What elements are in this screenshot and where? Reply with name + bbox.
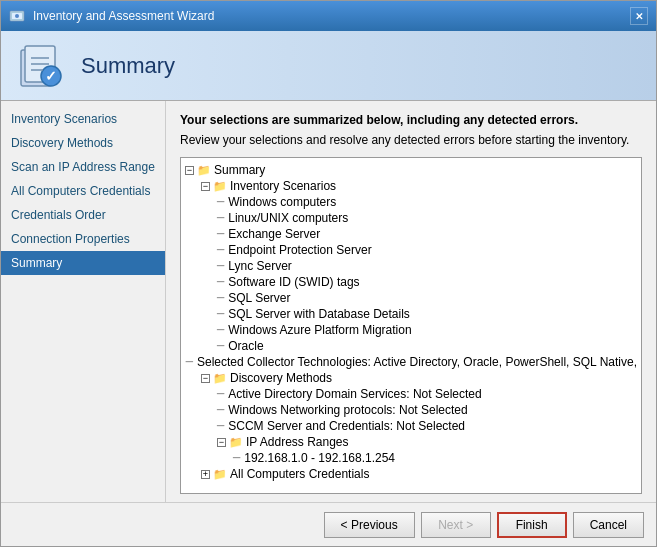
tree-node: ─ SQL Server: [185, 290, 637, 306]
tree-expander[interactable]: −: [201, 374, 210, 383]
tree-node: ─ Software ID (SWID) tags: [185, 274, 637, 290]
tree-node-label: Oracle: [228, 339, 263, 353]
tree-node: ─ Windows Networking protocols: Not Sele…: [185, 402, 637, 418]
tree-node-label: IP Address Ranges: [246, 435, 349, 449]
tree-node-label: Lync Server: [228, 259, 292, 273]
window-icon: [9, 8, 25, 24]
tree-node: ─ Selected Collector Technologies: Activ…: [185, 354, 637, 370]
tree-node: ─ Lync Server: [185, 258, 637, 274]
tree-node-label: Selected Collector Technologies: Active …: [197, 355, 637, 369]
tree-node: ─ Exchange Server: [185, 226, 637, 242]
sidebar-item-credentials-order[interactable]: Credentials Order: [1, 203, 165, 227]
tree-dash: ─: [217, 403, 224, 417]
tree-node-label: SCCM Server and Credentials: Not Selecte…: [228, 419, 465, 433]
footer: < Previous Next > Finish Cancel: [1, 502, 656, 546]
wizard-icon: ✓: [17, 42, 65, 90]
tree-dash: ─: [217, 259, 224, 273]
tree-node-label: All Computers Credentials: [230, 467, 369, 481]
tree-expander[interactable]: −: [217, 438, 226, 447]
folder-icon: 📁: [213, 372, 227, 385]
folder-icon: 📁: [213, 468, 227, 481]
folder-icon: 📁: [213, 180, 227, 193]
tree-dash: ─: [217, 291, 224, 305]
svg-text:✓: ✓: [45, 68, 57, 84]
sidebar-item-discovery-methods[interactable]: Discovery Methods: [1, 131, 165, 155]
tree-node-label: Active Directory Domain Services: Not Se…: [228, 387, 481, 401]
title-bar: Inventory and Assessment Wizard ✕: [1, 1, 656, 31]
tree-node: −📁IP Address Ranges: [185, 434, 637, 450]
sidebar-item-all-computers[interactable]: All Computers Credentials: [1, 179, 165, 203]
content-header: Your selections are summarized below, in…: [180, 113, 642, 127]
tree-node: ─ Windows computers: [185, 194, 637, 210]
tree-expander[interactable]: +: [201, 470, 210, 479]
finish-button[interactable]: Finish: [497, 512, 567, 538]
tree-dash: ─: [217, 419, 224, 433]
content-subheader: Review your selections and resolve any d…: [180, 133, 642, 147]
previous-button[interactable]: < Previous: [324, 512, 415, 538]
tree-node: ─ 192.168.1.0 - 192.168.1.254: [185, 450, 637, 466]
tree-dash: ─: [217, 339, 224, 353]
tree-dash: ─: [186, 355, 193, 369]
tree-node-label: Linux/UNIX computers: [228, 211, 348, 225]
tree-dash: ─: [217, 275, 224, 289]
sidebar-item-summary[interactable]: Summary: [1, 251, 165, 275]
tree-node-label: SQL Server with Database Details: [228, 307, 410, 321]
tree-dash: ─: [217, 323, 224, 337]
tree-expander[interactable]: −: [185, 166, 194, 175]
folder-icon: 📁: [229, 436, 243, 449]
cancel-button[interactable]: Cancel: [573, 512, 644, 538]
tree-node: ─ Windows Azure Platform Migration: [185, 322, 637, 338]
tree-node-label: Discovery Methods: [230, 371, 332, 385]
header-bar: ✓ Summary: [1, 31, 656, 101]
tree-node-label: Software ID (SWID) tags: [228, 275, 359, 289]
close-button[interactable]: ✕: [630, 7, 648, 25]
tree-node-label: Summary: [214, 163, 265, 177]
tree-node: ─ Endpoint Protection Server: [185, 242, 637, 258]
tree-node: ─ SQL Server with Database Details: [185, 306, 637, 322]
summary-tree[interactable]: −📁Summary−📁Inventory Scenarios─ Windows …: [180, 157, 642, 494]
tree-dash: ─: [233, 451, 240, 465]
next-button[interactable]: Next >: [421, 512, 491, 538]
tree-node-label: Windows Networking protocols: Not Select…: [228, 403, 467, 417]
sidebar-item-connection-properties[interactable]: Connection Properties: [1, 227, 165, 251]
tree-dash: ─: [217, 243, 224, 257]
tree-dash: ─: [217, 307, 224, 321]
main-window: Inventory and Assessment Wizard ✕ ✓ Summ…: [0, 0, 657, 547]
tree-node-label: SQL Server: [228, 291, 290, 305]
header-title: Summary: [81, 53, 175, 79]
tree-dash: ─: [217, 195, 224, 209]
sidebar-item-scan-ip[interactable]: Scan an IP Address Range: [1, 155, 165, 179]
tree-dash: ─: [217, 387, 224, 401]
tree-node: −📁Summary: [185, 162, 637, 178]
tree-node: ─ Active Directory Domain Services: Not …: [185, 386, 637, 402]
folder-icon: 📁: [197, 164, 211, 177]
tree-node: −📁Discovery Methods: [185, 370, 637, 386]
tree-dash: ─: [217, 227, 224, 241]
window-title: Inventory and Assessment Wizard: [33, 9, 214, 23]
title-bar-left: Inventory and Assessment Wizard: [9, 8, 214, 24]
tree-node-label: 192.168.1.0 - 192.168.1.254: [244, 451, 395, 465]
sidebar: Inventory Scenarios Discovery Methods Sc…: [1, 101, 166, 502]
tree-node: +📁All Computers Credentials: [185, 466, 637, 482]
tree-node: ─ SCCM Server and Credentials: Not Selec…: [185, 418, 637, 434]
tree-dash: ─: [217, 211, 224, 225]
tree-node: ─ Oracle: [185, 338, 637, 354]
svg-point-2: [15, 14, 19, 18]
main-content: Inventory Scenarios Discovery Methods Sc…: [1, 101, 656, 502]
content-area: Your selections are summarized below, in…: [166, 101, 656, 502]
tree-expander[interactable]: −: [201, 182, 210, 191]
tree-node-label: Inventory Scenarios: [230, 179, 336, 193]
tree-node-label: Endpoint Protection Server: [228, 243, 371, 257]
tree-node-label: Exchange Server: [228, 227, 320, 241]
tree-node-label: Windows Azure Platform Migration: [228, 323, 411, 337]
tree-node: −📁Inventory Scenarios: [185, 178, 637, 194]
tree-node: ─ Linux/UNIX computers: [185, 210, 637, 226]
tree-node-label: Windows computers: [228, 195, 336, 209]
sidebar-item-inventory-scenarios[interactable]: Inventory Scenarios: [1, 107, 165, 131]
